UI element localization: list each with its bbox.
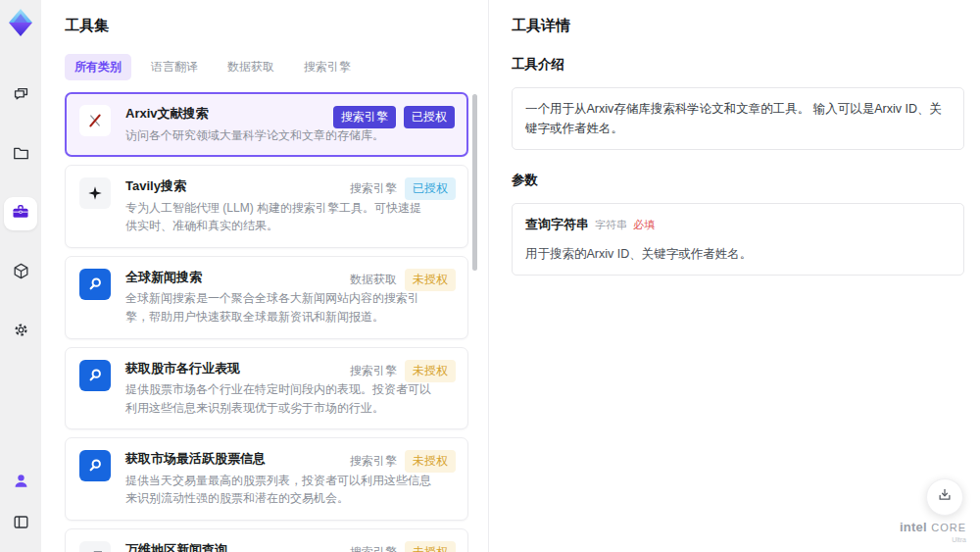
tool-category-label: 搜索引擎 [350, 544, 397, 552]
app-logo-icon [5, 7, 36, 38]
cube-icon [12, 262, 30, 284]
tool-description: 提供股票市场各个行业在特定时间段内的表现。投资者可以利用这些信息来识别表现优于或… [125, 380, 431, 417]
tab-all-categories[interactable]: 所有类别 [65, 54, 131, 80]
tool-card-tavily[interactable]: Tavily搜索 专为人工智能代理 (LLM) 构建的搜索引擎工具。可快速提供实… [65, 165, 468, 248]
building-icon [79, 541, 111, 552]
auth-status-badge: 未授权 [405, 541, 456, 552]
tool-list-panel: 工具集 所有类别 语言翻译 数据获取 搜索引擎 Arxiv文献搜索 访问各个研究… [41, 0, 488, 552]
intel-core-badge: intel CORE Ultra [900, 519, 966, 543]
toolbox-icon [11, 202, 30, 226]
sidebar-item-tools[interactable] [4, 197, 37, 230]
search-app-icon [79, 450, 111, 481]
detail-title: 工具详情 [512, 17, 964, 35]
tab-search-engine[interactable]: 搜索引擎 [294, 54, 361, 80]
tab-data-fetch[interactable]: 数据获取 [218, 54, 284, 80]
tool-detail-panel: 工具详情 工具介绍 一个用于从Arxiv存储库搜索科学论文和文章的工具。 输入可… [488, 0, 980, 552]
tool-category-badge: 搜索引擎 [333, 106, 396, 128]
tool-card-most-active-stocks[interactable]: 获取市场最活跃股票信息 提供当天交易量最高的股票列表，投资者可以利用这些信息来识… [65, 437, 468, 521]
search-app-icon [79, 269, 111, 300]
intro-heading: 工具介绍 [512, 56, 964, 74]
folder-icon [12, 144, 30, 167]
tool-description: 提供当天交易量最高的股票列表，投资者可以利用这些信息来识别流动性强的股票和潜在的… [125, 472, 431, 508]
tool-category-label: 数据获取 [350, 272, 397, 288]
list-scrollbar[interactable] [472, 94, 477, 271]
tool-description: 专为人工智能代理 (LLM) 构建的搜索引擎工具。可快速提供实时、准确和真实的结… [125, 199, 431, 235]
download-button[interactable] [926, 478, 963, 516]
tool-card-regional-news[interactable]: 万维地区新闻查询 查询具体行政区划内的新闻，快速了解各地新闻动 搜索引擎 未授权 [65, 528, 468, 552]
params-heading: 参数 [512, 172, 964, 189]
tool-card-sector-performance[interactable]: 获取股市各行业表现 提供股票市场各个行业在特定时间段内的表现。投资者可以利用这些… [65, 347, 468, 430]
param-type: 字符串 [595, 217, 627, 234]
param-description: 用于搜索的Arxiv ID、关键字或作者姓名。 [525, 244, 951, 264]
tool-description: 访问各个研究领域大量科学论文和文章的存储库。 [125, 126, 431, 145]
param-required-flag: 必填 [633, 217, 655, 234]
auth-status-badge: 已授权 [405, 177, 456, 200]
sidebar-item-files[interactable] [4, 138, 37, 172]
sparkle-icon [79, 177, 111, 209]
auth-status-badge: 未授权 [405, 360, 456, 382]
user-avatar-icon [12, 472, 30, 494]
tool-intro-text: 一个用于从Arxiv存储库搜索科学论文和文章的工具。 输入可以是Arxiv ID… [512, 87, 964, 150]
tool-description: 全球新闻搜索是一个聚合全球各大新闻网站内容的搜索引擎，帮助用户快速获取全球最新资… [125, 289, 431, 326]
left-icon-rail [0, 0, 41, 552]
tool-card-global-news[interactable]: 全球新闻搜索 全球新闻搜索是一个聚合全球各大新闻网站内容的搜索引擎，帮助用户快速… [65, 256, 468, 339]
rail-nav [4, 79, 37, 348]
sidebar-item-settings[interactable] [4, 315, 37, 348]
intel-tier-text: Ultra [900, 536, 966, 543]
gear-icon [12, 321, 30, 343]
search-app-icon [79, 360, 111, 391]
intel-product-text: CORE [931, 522, 966, 533]
page-title: 工具集 [65, 17, 468, 35]
arxiv-logo-icon [79, 105, 111, 136]
parameter-box: 查询字符串 字符串 必填 用于搜索的Arxiv ID、关键字或作者姓名。 [512, 203, 964, 276]
intel-brand-text: intel [900, 520, 927, 534]
tool-category-label: 搜索引擎 [350, 180, 397, 197]
tool-category-label: 搜索引擎 [350, 453, 397, 470]
tool-card-arxiv[interactable]: Arxiv文献搜索 访问各个研究领域大量科学论文和文章的存储库。 搜索引擎 已授… [65, 92, 468, 157]
sidebar-item-packages[interactable] [4, 256, 37, 289]
tool-category-label: 搜索引擎 [350, 363, 397, 379]
param-name: 查询字符串 [525, 215, 589, 235]
tab-language-translation[interactable]: 语言翻译 [141, 54, 208, 80]
sidebar-item-collapse[interactable] [4, 507, 37, 540]
download-icon [936, 486, 954, 508]
auth-status-badge: 未授权 [405, 450, 456, 473]
chat-icon [12, 85, 30, 108]
auth-status-badge: 未授权 [405, 269, 456, 291]
collapse-panel-icon [12, 513, 30, 535]
sidebar-item-account[interactable] [4, 466, 37, 499]
sidebar-item-chat[interactable] [4, 79, 37, 113]
auth-status-badge: 已授权 [404, 106, 455, 128]
category-tabs: 所有类别 语言翻译 数据获取 搜索引擎 [65, 54, 468, 80]
